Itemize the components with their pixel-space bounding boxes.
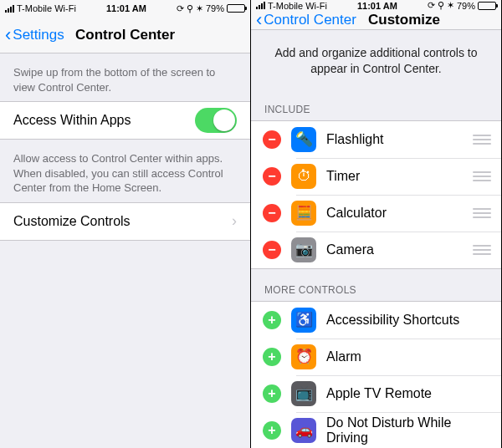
chevron-left-icon: ‹	[256, 11, 262, 29]
status-aux-icons: ⟳ ⚲ ✶	[428, 0, 454, 11]
access-within-apps-toggle[interactable]	[195, 108, 237, 133]
remove-button[interactable]: −	[263, 167, 281, 186]
control-label: Do Not Disturb While Driving	[326, 415, 491, 445]
carrier-label: T-Mobile Wi-Fi	[268, 1, 327, 11]
back-label: Settings	[13, 27, 64, 43]
chevron-left-icon: ‹	[5, 26, 11, 44]
add-button[interactable]: +	[263, 348, 281, 366]
control-row: +🚗Do Not Disturb While Driving	[251, 412, 501, 448]
section-description: Swipe up from the bottom of the screen t…	[0, 53, 250, 101]
clock: 11:01 AM	[357, 1, 397, 11]
back-button[interactable]: ‹ Control Center	[251, 11, 356, 29]
drag-handle-icon[interactable]	[473, 171, 491, 181]
nav-bar: ‹ Control Center Customize	[251, 11, 501, 30]
control-icon: 🧮	[291, 201, 316, 226]
battery-icon	[478, 2, 496, 10]
back-label: Control Center	[264, 12, 356, 28]
screen-customize-controls: T-Mobile Wi-Fi 11:01 AM ⟳ ⚲ ✶ 79% ‹ Cont…	[251, 0, 502, 448]
clock: 11:01 AM	[106, 3, 146, 13]
chevron-right-icon: ›	[232, 212, 237, 230]
status-bar: T-Mobile Wi-Fi 11:01 AM ⟳ ⚲ ✶ 79%	[0, 0, 250, 17]
status-bar: T-Mobile Wi-Fi 11:01 AM ⟳ ⚲ ✶ 79%	[251, 0, 501, 11]
more-controls-list: +♿Accessibility Shortcuts+⏰Alarm+📺Apple …	[251, 301, 501, 448]
control-icon: 🚗	[291, 418, 316, 443]
add-button[interactable]: +	[263, 421, 281, 440]
drag-handle-icon[interactable]	[473, 245, 491, 255]
signal-icon	[256, 2, 265, 9]
control-label: Apple TV Remote	[326, 386, 491, 401]
control-row: −📷Camera	[251, 232, 501, 268]
nav-bar: ‹ Settings Control Center	[0, 17, 250, 53]
add-button[interactable]: +	[263, 311, 281, 329]
remove-button[interactable]: −	[263, 204, 281, 222]
drag-handle-icon[interactable]	[473, 135, 491, 145]
control-row: −🔦Flashlight	[251, 121, 501, 158]
battery-pct: 79%	[457, 1, 475, 11]
intro-text: Add and organize additional controls to …	[251, 30, 501, 89]
control-icon: ⏱	[291, 164, 316, 189]
control-row: −⏱Timer	[251, 158, 501, 195]
control-icon: ♿	[291, 308, 316, 333]
screen-control-center-settings: T-Mobile Wi-Fi 11:01 AM ⟳ ⚲ ✶ 79% ‹ Sett…	[0, 0, 251, 448]
back-button[interactable]: ‹ Settings	[0, 26, 64, 44]
control-row: −🧮Calculator	[251, 195, 501, 232]
include-header: Include	[251, 89, 501, 120]
include-list: −🔦Flashlight−⏱Timer−🧮Calculator−📷Camera	[251, 120, 501, 269]
battery-pct: 79%	[206, 3, 224, 13]
control-label: Alarm	[326, 349, 491, 364]
control-row: +♿Accessibility Shortcuts	[251, 302, 501, 339]
control-label: Timer	[326, 169, 466, 184]
battery-icon	[227, 4, 245, 13]
section-description: Allow access to Control Center within ap…	[0, 140, 250, 202]
remove-button[interactable]: −	[263, 241, 281, 259]
customize-controls-cell[interactable]: Customize Controls ›	[0, 203, 250, 240]
access-within-apps-cell: Access Within Apps	[0, 102, 250, 139]
control-icon: ⏰	[291, 344, 316, 369]
control-icon: 📺	[291, 381, 316, 406]
control-label: Flashlight	[326, 132, 466, 147]
control-label: Camera	[326, 242, 466, 257]
remove-button[interactable]: −	[263, 130, 281, 149]
control-row: +📺Apple TV Remote	[251, 375, 501, 412]
more-controls-header: More Controls	[251, 269, 501, 301]
control-label: Calculator	[326, 206, 466, 221]
control-icon: 🔦	[291, 127, 316, 152]
cell-label: Access Within Apps	[13, 113, 195, 128]
status-aux-icons: ⟳ ⚲ ✶	[177, 3, 203, 14]
drag-handle-icon[interactable]	[473, 208, 491, 218]
signal-icon	[5, 5, 14, 13]
control-label: Accessibility Shortcuts	[326, 313, 491, 328]
carrier-label: T-Mobile Wi-Fi	[17, 3, 76, 13]
control-row: +⏰Alarm	[251, 339, 501, 375]
control-icon: 📷	[291, 237, 316, 262]
cell-label: Customize Controls	[13, 214, 232, 229]
add-button[interactable]: +	[263, 384, 281, 403]
